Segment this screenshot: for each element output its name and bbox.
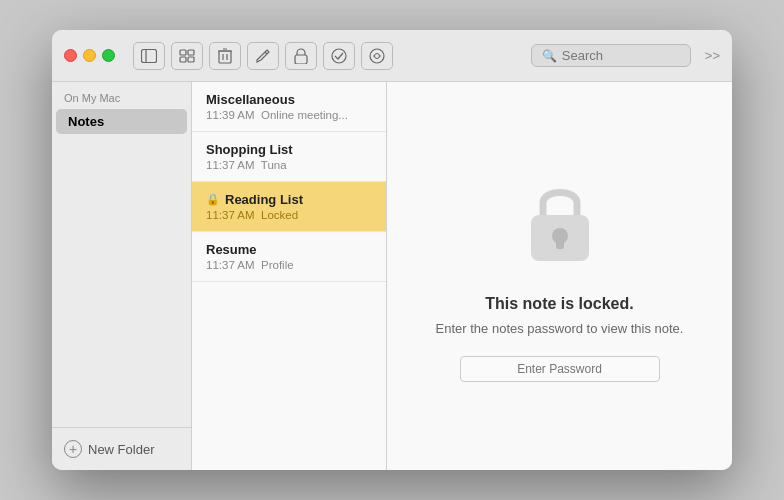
svg-rect-5	[188, 57, 194, 62]
note-meta-resume: 11:37 AM Profile	[206, 259, 372, 271]
sidebar: On My Mac Notes + New Folder	[52, 82, 192, 470]
titlebar: 🔍 >>	[52, 30, 732, 82]
content-area: On My Mac Notes + New Folder Miscellaneo…	[52, 82, 732, 470]
search-bar[interactable]: 🔍	[531, 44, 691, 67]
compose-button[interactable]	[247, 42, 279, 70]
lock-icon: 🔒	[206, 193, 220, 206]
svg-rect-4	[180, 57, 186, 62]
lock-illustration	[515, 171, 605, 275]
notes-list: Miscellaneous 11:39 AM Online meeting...…	[192, 82, 387, 470]
maximize-button[interactable]	[102, 49, 115, 62]
detail-pane: This note is locked. Enter the notes pas…	[387, 82, 732, 470]
chevron-icon: >>	[705, 48, 720, 63]
note-meta-miscellaneous: 11:39 AM Online meeting...	[206, 109, 372, 121]
note-title-shopping-list: Shopping List	[206, 142, 372, 157]
svg-point-15	[375, 53, 380, 58]
minimize-button[interactable]	[83, 49, 96, 62]
svg-rect-2	[180, 50, 186, 55]
note-item-miscellaneous[interactable]: Miscellaneous 11:39 AM Online meeting...	[192, 82, 386, 132]
plus-icon: +	[64, 440, 82, 458]
note-meta-reading-list: 11:37 AM Locked	[206, 209, 372, 221]
svg-line-11	[265, 52, 267, 54]
svg-rect-12	[295, 55, 307, 64]
lock-button[interactable]	[285, 42, 317, 70]
new-folder-button[interactable]: + New Folder	[64, 440, 154, 458]
svg-rect-3	[188, 50, 194, 55]
note-title-miscellaneous: Miscellaneous	[206, 92, 372, 107]
main-window: 🔍 >> On My Mac Notes + New Folder Miscel…	[52, 30, 732, 470]
traffic-lights	[64, 49, 115, 62]
sidebar-toggle-button[interactable]	[133, 42, 165, 70]
svg-rect-0	[142, 49, 157, 62]
search-icon: 🔍	[542, 49, 557, 63]
share-button[interactable]	[361, 42, 393, 70]
svg-point-14	[370, 49, 384, 63]
new-folder-label: New Folder	[88, 442, 154, 457]
grid-view-button[interactable]	[171, 42, 203, 70]
delete-button[interactable]	[209, 42, 241, 70]
note-meta-shopping-list: 11:37 AM Tuna	[206, 159, 372, 171]
note-item-shopping-list[interactable]: Shopping List 11:37 AM Tuna	[192, 132, 386, 182]
toolbar-buttons	[133, 42, 393, 70]
sidebar-section-label: On My Mac	[52, 82, 191, 108]
note-item-resume[interactable]: Resume 11:37 AM Profile	[192, 232, 386, 282]
locked-note-subtitle: Enter the notes password to view this no…	[436, 321, 684, 336]
locked-note-title: This note is locked.	[485, 295, 633, 313]
svg-rect-20	[556, 239, 564, 249]
svg-point-13	[332, 49, 346, 63]
password-input-wrapper[interactable]	[460, 356, 660, 382]
search-input[interactable]	[562, 48, 680, 63]
svg-rect-6	[219, 51, 231, 63]
note-item-reading-list[interactable]: 🔒 Reading List 11:37 AM Locked	[192, 182, 386, 232]
note-title-resume: Resume	[206, 242, 372, 257]
note-title-reading-list: 🔒 Reading List	[206, 192, 372, 207]
checkmark-button[interactable]	[323, 42, 355, 70]
sidebar-footer: + New Folder	[52, 427, 191, 470]
sidebar-item-notes[interactable]: Notes	[56, 109, 187, 134]
close-button[interactable]	[64, 49, 77, 62]
password-input[interactable]	[469, 362, 651, 376]
